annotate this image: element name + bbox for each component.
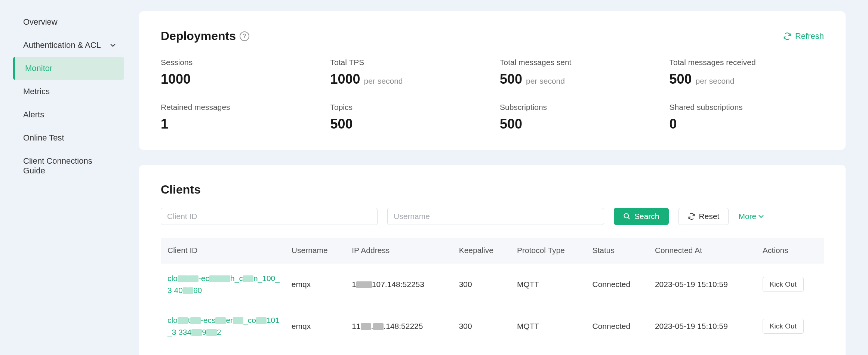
client-id-cell[interactable]: clot-ecser_co101_3 33492 [161, 305, 286, 347]
protocol-cell: MQTT [512, 305, 587, 347]
sidebar-item-label: Client Connections Guide [23, 156, 116, 176]
help-icon[interactable]: ? [240, 31, 249, 41]
stat-label: Topics [330, 103, 485, 112]
refresh-icon [783, 32, 791, 40]
sidebar-item-metrics[interactable]: Metrics [15, 80, 124, 103]
connected-at-cell: 2023-05-19 15:10:59 [650, 263, 757, 305]
deployments-card: Deployments ? Refresh Sessions1000Total … [139, 11, 846, 150]
stat-label: Total messages sent [500, 58, 655, 67]
search-icon [623, 213, 631, 220]
protocol-cell: MQTT [512, 263, 587, 305]
sidebar-item-alerts[interactable]: Alerts [15, 103, 124, 126]
username-input[interactable] [387, 208, 604, 225]
more-toggle[interactable]: More [738, 212, 764, 221]
stat-value: 1 [161, 116, 168, 132]
table-header-cell: Protocol Type [512, 238, 587, 263]
reset-button[interactable]: Reset [678, 208, 729, 225]
redacted-segment [243, 275, 253, 282]
redacted-segment [178, 275, 188, 282]
table-row: clot-ecser_co101_3 33492emqx11..148:5222… [161, 305, 824, 347]
table-header-cell: Actions [757, 238, 824, 263]
stat-cell: Retained messages1 [161, 103, 316, 132]
client-id-cell[interactable]: clo-ech_cn_100_3 4060 [161, 263, 286, 305]
actions-cell: Kick Out [757, 263, 824, 305]
table-header-cell: Status [587, 238, 650, 263]
status-cell: Connected [587, 263, 650, 305]
stat-cell: Topics500 [330, 103, 485, 132]
search-button[interactable]: Search [614, 208, 669, 225]
stat-value: 500 [500, 71, 522, 87]
redacted-segment [361, 323, 371, 330]
sidebar-item-client-connections-guide[interactable]: Client Connections Guide [15, 149, 124, 182]
ip-address-cell: 11..148:52225 [347, 305, 454, 347]
refresh-button[interactable]: Refresh [783, 31, 824, 41]
table-header-cell: Keepalive [454, 238, 512, 263]
kick-out-button[interactable]: Kick Out [763, 277, 804, 292]
deployments-title: Deployments ? [161, 29, 249, 43]
stat-cell: Shared subscriptions0 [670, 103, 824, 132]
redacted-segment [183, 287, 188, 294]
clients-table: Client IDUsernameIP AddressKeepaliveProt… [161, 238, 824, 347]
stat-label: Sessions [161, 58, 316, 67]
stat-label: Total messages received [670, 58, 824, 67]
stat-label: Retained messages [161, 103, 316, 112]
status-cell: Connected [587, 305, 650, 347]
stat-cell: Sessions1000 [161, 58, 316, 87]
chevron-down-icon [758, 214, 764, 218]
redacted-segment [188, 275, 198, 282]
table-header-cell: Username [286, 238, 347, 263]
svg-point-0 [624, 214, 629, 218]
sidebar-item-label: Monitor [25, 64, 52, 73]
connected-at-cell: 2023-05-19 15:10:59 [650, 305, 757, 347]
stat-cell: Total messages sent500per second [500, 58, 655, 87]
stat-cell: Total messages received500per second [670, 58, 824, 87]
username-cell: emqx [286, 305, 347, 347]
stat-value: 500 [330, 116, 353, 132]
kick-out-button[interactable]: Kick Out [763, 319, 804, 334]
username-cell: emqx [286, 263, 347, 305]
sidebar-item-label: Authentication & ACL [23, 40, 101, 50]
redacted-segment [233, 317, 243, 324]
sidebar-item-auth-acl[interactable]: Authentication & ACL [15, 34, 124, 57]
stat-unit: per second [364, 77, 403, 85]
refresh-label: Refresh [795, 31, 824, 41]
table-header-cell: Client ID [161, 238, 286, 263]
reset-label: Reset [699, 212, 720, 221]
filter-row: Search Reset More [161, 208, 824, 225]
stat-value: 1000 [330, 71, 360, 87]
deployments-title-text: Deployments [161, 29, 236, 43]
more-label: More [738, 212, 756, 221]
redacted-segment [215, 317, 226, 324]
stat-unit: per second [696, 77, 735, 85]
table-header-cell: IP Address [347, 238, 454, 263]
redacted-segment [373, 323, 384, 330]
redacted-segment [209, 275, 230, 282]
reset-icon [688, 213, 695, 220]
redacted-segment [190, 317, 201, 324]
redacted-segment [178, 317, 188, 324]
ip-address-cell: 1107.148:52253 [347, 263, 454, 305]
redacted-segment [206, 329, 217, 336]
client-id-input[interactable] [161, 208, 378, 225]
sidebar-item-overview[interactable]: Overview [15, 10, 124, 34]
sidebar-item-online-test[interactable]: Online Test [15, 126, 124, 149]
keepalive-cell: 300 [454, 263, 512, 305]
stat-label: Total TPS [330, 58, 485, 67]
stat-value: 500 [670, 71, 692, 87]
redacted-segment [191, 329, 202, 336]
stat-cell: Subscriptions500 [500, 103, 655, 132]
table-row: clo-ech_cn_100_3 4060emqx1107.148:522533… [161, 263, 824, 305]
svg-line-1 [628, 217, 630, 219]
redacted-segment [356, 281, 372, 288]
stat-value: 0 [670, 116, 677, 132]
sidebar-item-monitor[interactable]: Monitor [13, 57, 124, 80]
search-label: Search [634, 212, 659, 221]
sidebar-item-label: Alerts [23, 110, 44, 120]
stats-grid: Sessions1000Total TPS1000per secondTotal… [161, 58, 824, 132]
stat-unit: per second [526, 77, 565, 85]
stat-cell: Total TPS1000per second [330, 58, 485, 87]
redacted-segment [256, 317, 267, 324]
clients-title-text: Clients [161, 183, 201, 197]
actions-cell: Kick Out [757, 305, 824, 347]
keepalive-cell: 300 [454, 305, 512, 347]
